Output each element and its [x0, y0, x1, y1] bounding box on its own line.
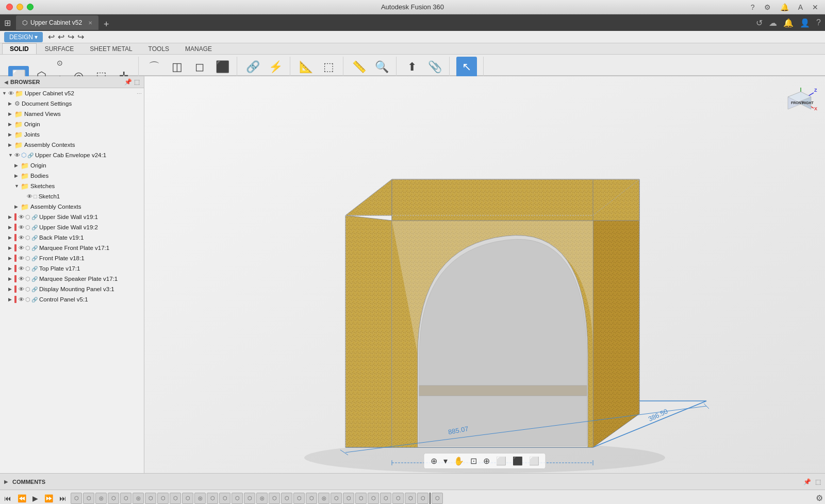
axis-icon[interactable]: ⬚: [318, 57, 339, 77]
joint-icon[interactable]: 🔗: [242, 57, 263, 77]
browser-collapse-icon[interactable]: ◀: [4, 79, 8, 85]
zoom-icon[interactable]: ⊕: [481, 455, 492, 467]
comments-expand-icon[interactable]: ⬚: [815, 478, 821, 485]
timeline-item-7[interactable]: ⬡: [145, 493, 156, 504]
timeline-item-19[interactable]: ⬡: [293, 493, 305, 504]
new-tab-button[interactable]: +: [100, 19, 113, 30]
fillet-icon[interactable]: ⌒: [144, 57, 164, 77]
tree-item-marquee-front[interactable]: ▶ 👁 ⬡ 🔗 Marquee Front Plate v17:1: [0, 243, 144, 253]
timeline-item-14[interactable]: ⬡: [232, 493, 243, 504]
timeline-item-6[interactable]: ◎: [133, 493, 144, 504]
canvas-settings-icon[interactable]: ⬜: [527, 455, 541, 467]
tree-item-sidewall2[interactable]: ▶ 👁 ⬡ 🔗 Upper Side Wall v19:2: [0, 222, 144, 232]
tree-item-assembly-contexts-2[interactable]: ▶ 📁 Assembly Contexts: [0, 201, 144, 212]
tree-item-sketch1[interactable]: 👁 □ Sketch1: [0, 191, 144, 201]
timeline-item-2[interactable]: ⬡: [83, 493, 94, 504]
timeline-item-29[interactable]: ⬡: [417, 493, 428, 504]
undo2-button[interactable]: ↩: [57, 31, 65, 43]
tree-item-marquee-speaker[interactable]: ▶ 👁 ⬡ 🔗 Marquee Speaker Plate v17:1: [0, 274, 144, 284]
sync-icon[interactable]: ↺: [756, 18, 763, 28]
timeline-item-1[interactable]: ⬡: [71, 493, 82, 504]
timeline-item-16[interactable]: ◎: [256, 493, 268, 504]
display-mode-icon[interactable]: ⬜: [494, 455, 508, 467]
timeline-item-23[interactable]: ⬡: [343, 493, 354, 504]
tab-tools[interactable]: TOOLS: [141, 43, 177, 54]
timeline-item-22[interactable]: ⬡: [331, 493, 342, 504]
tab-solid[interactable]: SOLID: [2, 43, 37, 55]
tree-item-namedviews[interactable]: ▶ 📁 Named Views: [0, 109, 144, 119]
timeline-prev-button[interactable]: ⏪: [15, 493, 28, 503]
help-icon[interactable]: ?: [816, 18, 821, 27]
design-dropdown[interactable]: DESIGN ▾: [4, 32, 43, 42]
insert-mcmaster-icon[interactable]: 📎: [424, 57, 445, 77]
select-icon[interactable]: ↖: [456, 57, 477, 77]
timeline-item-21[interactable]: ◎: [318, 493, 329, 504]
home-view-icon[interactable]: ⊕: [428, 455, 439, 467]
timeline-item-11[interactable]: ◎: [194, 493, 206, 504]
tree-item-envelope[interactable]: ▼ 👁 ⬡ 🔗 Upper Cab Envelope v24:1: [0, 150, 144, 160]
plane-icon[interactable]: 📐: [295, 57, 316, 77]
timeline-item-28[interactable]: ⬡: [405, 493, 416, 504]
tree-item-frontplate[interactable]: ▶ 👁 ⬡ 🔗 Front Plate v18:1: [0, 253, 144, 263]
browser-expand-icon[interactable]: ⬚: [134, 78, 140, 86]
viewcube[interactable]: Z X FRONT RIGHT: [783, 82, 819, 119]
timeline-item-8[interactable]: ⬡: [157, 493, 169, 504]
tree-root[interactable]: ▼ 👁 📁 Upper Cabinet v52 ⋯: [0, 88, 144, 98]
tab-surface[interactable]: SURFACE: [37, 43, 82, 54]
timeline-item-20[interactable]: ⬡: [306, 493, 317, 504]
online-icon[interactable]: ☁: [769, 18, 777, 28]
rigid-icon[interactable]: ⚡: [265, 57, 286, 77]
settings-button[interactable]: ⚙: [762, 2, 773, 12]
comments-collapse-icon[interactable]: ▶: [4, 479, 8, 484]
timeline-item-24[interactable]: ⬡: [355, 493, 367, 504]
visual-style-icon[interactable]: ⬛: [510, 455, 525, 467]
tab-sheetmetal[interactable]: SHEET METAL: [82, 43, 140, 54]
tree-item-origin2[interactable]: ▶ 📁 Origin: [0, 160, 144, 171]
notifications-button[interactable]: 🔔: [778, 2, 791, 12]
chamfer-icon[interactable]: ◫: [167, 57, 187, 77]
view-dropdown-icon[interactable]: ▾: [441, 455, 450, 467]
redo2-button[interactable]: ↪: [76, 31, 85, 43]
timeline-item-17[interactable]: ⬡: [269, 493, 280, 504]
shell-icon[interactable]: ◻: [189, 57, 210, 77]
timeline-first-button[interactable]: ⏮: [2, 493, 13, 503]
undo-button[interactable]: ↩: [47, 31, 56, 43]
measure-icon[interactable]: 📏: [349, 57, 369, 77]
document-tab[interactable]: ⬡ Upper Cabinet v52 ✕: [16, 15, 98, 30]
tree-item-topplate[interactable]: ▶ 👁 ⬡ 🔗 Top Plate v17:1: [0, 263, 144, 274]
tab-manage[interactable]: MANAGE: [177, 43, 220, 54]
tree-item-sketches[interactable]: ▼ 📁 Sketches: [0, 181, 144, 191]
timeline-item-5[interactable]: ⬡: [120, 493, 131, 504]
timeline-item-18[interactable]: ⬡: [281, 493, 292, 504]
timeline-item-26[interactable]: ⬡: [380, 493, 391, 504]
minimize-button[interactable]: [16, 4, 23, 10]
maximize-button[interactable]: [27, 4, 34, 10]
tree-item-origin1[interactable]: ▶ 📁 Origin: [0, 119, 144, 129]
notification-icon[interactable]: 🔔: [783, 18, 794, 28]
timeline-last-button[interactable]: ⏭: [57, 493, 69, 503]
tree-item-display-panel[interactable]: ▶ 👁 ⬡ 🔗 Display Mounting Panel v3:1: [0, 284, 144, 294]
scale-icon[interactable]: ⬛: [212, 57, 233, 77]
tree-item-backplate[interactable]: ▶ 👁 ⬡ 🔗 Back Plate v19:1: [0, 232, 144, 243]
close-button[interactable]: [6, 4, 13, 10]
inspect-icon[interactable]: 🔍: [371, 57, 392, 77]
tree-item-joints[interactable]: ▶ 📁 Joints: [0, 129, 144, 140]
timeline-item-12[interactable]: ⬡: [207, 493, 218, 504]
tree-item-bodies[interactable]: ▶ 📁 Bodies: [0, 171, 144, 181]
revolve-icon[interactable]: ⊙: [54, 57, 66, 69]
tree-item-control-panel[interactable]: ▶ 👁 ⬡ 🔗 Control Panel v5:1: [0, 294, 144, 305]
insert-derive-icon[interactable]: ⬆: [402, 57, 422, 77]
user-icon[interactable]: 👤: [800, 18, 810, 28]
comments-pin-icon[interactable]: 📌: [803, 478, 811, 485]
timeline-item-15[interactable]: ⬡: [244, 493, 255, 504]
timeline-item-13[interactable]: ⬡: [219, 493, 230, 504]
timeline-item-30[interactable]: ⬡: [432, 493, 443, 504]
timeline-item-9[interactable]: ⬡: [170, 493, 181, 504]
timeline-item-10[interactable]: ⬡: [182, 493, 193, 504]
timeline-item-25[interactable]: ⬡: [368, 493, 379, 504]
tab-close-icon[interactable]: ✕: [88, 20, 92, 26]
timeline-settings-icon[interactable]: ⚙: [816, 493, 823, 503]
redo-button[interactable]: ↪: [67, 31, 75, 43]
timeline-item-27[interactable]: ⬡: [392, 493, 404, 504]
app-grid-icon[interactable]: ⊞: [4, 18, 11, 28]
